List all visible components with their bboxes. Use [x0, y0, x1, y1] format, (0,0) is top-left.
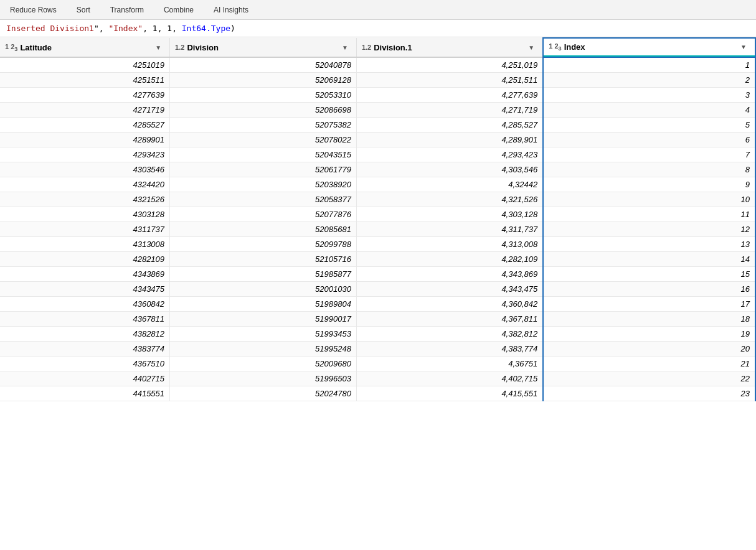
table-row: 4282109521057164,282,10914 [0, 252, 755, 267]
cell-latitude: 4313008 [0, 237, 170, 252]
cell-division1: 4,321,526 [356, 192, 543, 207]
table-row: 4367510520096804,3675121 [0, 357, 755, 371]
cell-latitude: 4383774 [0, 342, 170, 357]
toolbar-sort[interactable]: Sort [72, 3, 95, 17]
dropdown-division1[interactable]: ▼ [525, 44, 537, 51]
cell-division1: 4,277,639 [356, 88, 543, 103]
dropdown-latitude[interactable]: ▼ [152, 44, 164, 51]
cell-division1: 4,32442 [356, 177, 543, 192]
cell-division: 52058377 [170, 192, 357, 207]
cell-division1: 4,382,812 [356, 327, 543, 342]
dropdown-division[interactable]: ▼ [339, 44, 351, 51]
col-header-index[interactable]: 1 23 Index ▼ [543, 38, 755, 57]
cell-index: 3 [543, 88, 755, 103]
cell-latitude: 4360842 [0, 297, 170, 312]
cell-division: 52086698 [170, 103, 357, 118]
cell-index: 2 [543, 73, 755, 88]
table-row: 4293423520435154,293,4237 [0, 147, 755, 162]
cell-index: 20 [543, 342, 755, 357]
col-label-index: Index [564, 42, 735, 52]
cell-index: 18 [543, 312, 755, 327]
cell-latitude: 4251019 [0, 57, 170, 73]
cell-division1: 4,402,715 [356, 371, 543, 386]
cell-index: 16 [543, 282, 755, 297]
cell-division1: 4,282,109 [356, 252, 543, 267]
table-row: 4313008520997884,313,00813 [0, 237, 755, 252]
cell-latitude: 4343869 [0, 267, 170, 282]
table-row: 4415551520247804,415,55123 [0, 386, 755, 401]
table-row: 4285527520753824,285,5275 [0, 118, 755, 133]
cell-latitude: 4282109 [0, 252, 170, 267]
table-row: 4251019520408784,251,0191 [0, 57, 755, 73]
cell-division: 52009680 [170, 357, 357, 371]
cell-latitude: 4382812 [0, 327, 170, 342]
cell-index: 11 [543, 207, 755, 222]
dropdown-index[interactable]: ▼ [737, 44, 750, 50]
cell-latitude: 4303128 [0, 207, 170, 222]
table-row: 4367811519900174,367,81118 [0, 312, 755, 327]
col-header-division1[interactable]: 1.2 Division.1 ▼ [356, 38, 543, 57]
cell-index: 7 [543, 147, 755, 162]
cell-division1: 4,293,423 [356, 147, 543, 162]
cell-latitude: 4311737 [0, 222, 170, 237]
table-row: 4382812519934534,382,81219 [0, 327, 755, 342]
formula-prefix: Inserted Division1 [6, 24, 94, 33]
cell-latitude: 4415551 [0, 386, 170, 401]
table-row: 4383774519952484,383,77420 [0, 342, 755, 357]
cell-index: 14 [543, 252, 755, 267]
cell-division1: 4,303,128 [356, 207, 543, 222]
formula-bar: Inserted Division1", "Index", 1, 1, Int6… [0, 20, 756, 37]
table-row: 4303128520778764,303,12811 [0, 207, 755, 222]
cell-division: 52053310 [170, 88, 357, 103]
cell-division: 51989804 [170, 297, 357, 312]
cell-division1: 4,367,811 [356, 312, 543, 327]
cell-index: 5 [543, 118, 755, 133]
toolbar: Reduce Rows Sort Transform Combine AI In… [0, 0, 756, 20]
cell-division1: 4,360,842 [356, 297, 543, 312]
cell-index: 4 [543, 103, 755, 118]
table-row: 4277639520533104,277,6393 [0, 88, 755, 103]
cell-latitude: 4285527 [0, 118, 170, 133]
cell-division1: 4,303,546 [356, 162, 543, 177]
col-header-division[interactable]: 1.2 Division ▼ [170, 38, 357, 57]
type-icon-division: 1.2 [175, 44, 184, 51]
table-row: 4360842519898044,360,84217 [0, 297, 755, 312]
cell-latitude: 4289901 [0, 133, 170, 147]
table-row: 4343475520010304,343,47516 [0, 282, 755, 297]
table-header-row: 1 23 Latitude ▼ 1.2 Division ▼ 1.2 D [0, 38, 755, 57]
cell-division1: 4,251,019 [356, 57, 543, 73]
table-row: 4289901520780224,289,9016 [0, 133, 755, 147]
cell-division: 52069128 [170, 73, 357, 88]
cell-division: 52099788 [170, 237, 357, 252]
cell-index: 10 [543, 192, 755, 207]
cell-latitude: 4271719 [0, 103, 170, 118]
col-header-latitude[interactable]: 1 23 Latitude ▼ [0, 38, 170, 57]
cell-division: 52077876 [170, 207, 357, 222]
cell-division: 52085681 [170, 222, 357, 237]
col-label-division: Division [187, 43, 336, 52]
cell-latitude: 4367811 [0, 312, 170, 327]
cell-division1: 4,343,475 [356, 282, 543, 297]
table-row: 4321526520583774,321,52610 [0, 192, 755, 207]
toolbar-ai-insights[interactable]: AI Insights [209, 3, 253, 17]
toolbar-combine[interactable]: Combine [159, 3, 199, 17]
cell-division: 51990017 [170, 312, 357, 327]
col-label-division1: Division.1 [374, 43, 522, 52]
cell-division: 51995248 [170, 342, 357, 357]
data-table: 1 23 Latitude ▼ 1.2 Division ▼ 1.2 D [0, 37, 756, 401]
cell-latitude: 4321526 [0, 192, 170, 207]
cell-division1: 4,251,511 [356, 73, 543, 88]
toolbar-reduce-rows[interactable]: Reduce Rows [5, 3, 62, 17]
cell-index: 19 [543, 327, 755, 342]
cell-division1: 4,311,737 [356, 222, 543, 237]
cell-index: 21 [543, 357, 755, 371]
cell-division: 52001030 [170, 282, 357, 297]
cell-latitude: 4402715 [0, 371, 170, 386]
table-row: 4311737520856814,311,73712 [0, 222, 755, 237]
table-row: 4303546520617794,303,5468 [0, 162, 755, 177]
cell-division1: 4,36751 [356, 357, 543, 371]
cell-division: 52024780 [170, 386, 357, 401]
toolbar-transform[interactable]: Transform [105, 3, 149, 17]
cell-index: 13 [543, 237, 755, 252]
cell-division: 52061779 [170, 162, 357, 177]
